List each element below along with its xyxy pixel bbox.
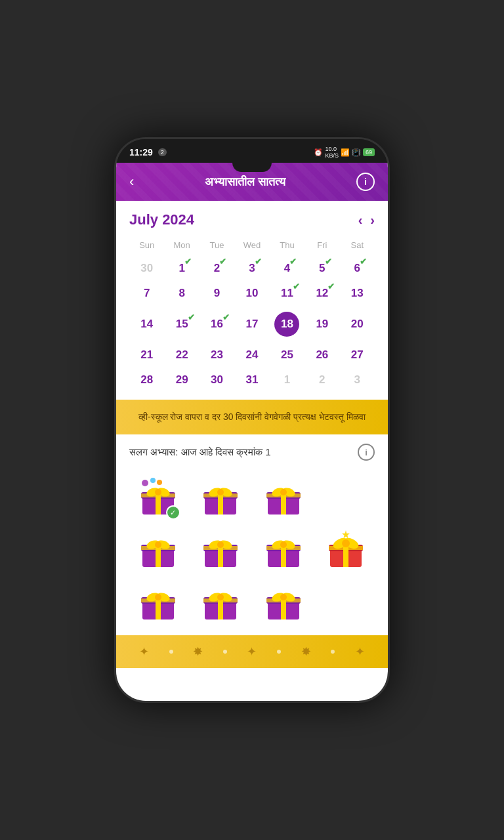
cal-day-30[interactable]: 30	[200, 368, 234, 392]
cal-day-16[interactable]: 16✔	[200, 306, 234, 342]
svg-point-38	[217, 541, 224, 548]
cal-day-8[interactable]: 8	[164, 282, 199, 305]
svg-point-67	[217, 594, 224, 600]
calendar-month-year: July 2024	[129, 211, 194, 228]
gift-check-1: ✓	[166, 505, 180, 520]
promo-banner: व्ही-स्कूल रोज वापरा व दर 30 दिवसांनी वे…	[116, 400, 388, 434]
cal-day-23[interactable]: 23	[200, 343, 234, 367]
streak-section: सलग अभ्यास: आज आहे दिवस क्रमांक 1 i	[116, 434, 388, 467]
cal-day-31[interactable]: 31	[234, 368, 269, 392]
cal-day-10[interactable]: 10	[234, 282, 269, 305]
calendar-week-1: 30 1✔ 2✔ 3✔ 4✔ 5✔ 6✔	[129, 257, 375, 280]
calendar-week-3: 14 15✔ 16✔ 17 18 19 20	[129, 306, 375, 342]
cal-day-24[interactable]: 24	[234, 343, 269, 367]
svg-point-24	[280, 489, 287, 495]
cal-day-20[interactable]: 20	[340, 306, 375, 342]
gift-item-8-special[interactable]	[318, 526, 375, 574]
cal-day-13[interactable]: 13	[340, 282, 375, 305]
cal-day-5[interactable]: 5✔	[304, 257, 339, 280]
cal-day-28[interactable]: 28	[129, 368, 164, 392]
sparkle-icon-3: ✦	[247, 644, 257, 659]
gift-item-3[interactable]	[255, 474, 312, 521]
svg-point-1	[150, 478, 156, 483]
cal-day-12[interactable]: 12✔	[304, 282, 339, 305]
info-button[interactable]: i	[356, 173, 375, 191]
cal-day-27[interactable]: 27	[340, 343, 375, 367]
next-month-button[interactable]: ›	[370, 213, 375, 228]
cal-day-2-next[interactable]: 2	[304, 368, 339, 392]
cal-day-21[interactable]: 21	[129, 343, 164, 367]
cal-day-1[interactable]: 1✔	[164, 257, 199, 280]
cal-day-4[interactable]: 4✔	[270, 257, 304, 280]
gift-item-9[interactable]	[129, 579, 187, 626]
gift-box-8-special	[326, 530, 366, 570]
svg-point-17	[217, 489, 224, 495]
cal-day-7[interactable]: 7	[129, 282, 164, 305]
gift-item-10[interactable]	[192, 579, 250, 626]
cal-day-14[interactable]: 14	[129, 306, 164, 342]
gift-box-9	[138, 583, 178, 622]
cal-day-26[interactable]: 26	[304, 343, 339, 367]
gift-item-2[interactable]	[192, 474, 250, 521]
streak-text: सलग अभ्यास: आज आहे दिवस क्रमांक 1	[129, 446, 271, 458]
svg-point-31	[155, 541, 161, 548]
gift-box-6	[201, 530, 240, 570]
gift-box-1: ✓	[138, 478, 178, 517]
speed-icon: 10.0KB/S	[325, 146, 339, 159]
cal-day-9[interactable]: 9	[200, 282, 234, 305]
dot-4	[331, 650, 335, 654]
calendar-week-5: 28 29 30 31 1 2 3	[129, 368, 375, 392]
gift-box-3	[264, 478, 303, 517]
gifts-grid: ✓	[116, 467, 388, 635]
dot-1	[169, 650, 173, 654]
cal-day-30-prev[interactable]: 30	[129, 257, 164, 280]
cal-day-17[interactable]: 17	[234, 306, 269, 342]
svg-point-0	[142, 480, 148, 486]
calendar-week-4: 21 22 23 24 25 26 27	[129, 343, 375, 367]
cal-day-6[interactable]: 6✔	[340, 257, 375, 280]
gift-box-11	[264, 583, 303, 622]
svg-point-2	[157, 480, 162, 485]
gift-box-2	[201, 478, 240, 517]
gift-item-11[interactable]	[255, 579, 312, 626]
gift-item-empty-1	[318, 474, 375, 521]
sparkle-icon-4: ✸	[301, 644, 311, 659]
gift-box-10	[201, 583, 240, 622]
dot-3	[277, 650, 281, 654]
cal-day-2[interactable]: 2✔	[200, 257, 234, 280]
calendar-grid: Sun Mon Tue Wed Thu Fri Sat 30 1✔ 2✔ 3✔ …	[129, 238, 375, 392]
gift-item-6[interactable]	[192, 526, 250, 574]
gift-item-5[interactable]	[129, 526, 187, 574]
svg-point-74	[280, 594, 287, 600]
page-title: अभ्यासातील सातत्य	[205, 175, 285, 189]
prev-month-button[interactable]: ‹	[358, 213, 363, 228]
streak-info-button[interactable]: i	[358, 444, 375, 461]
gift-item-1[interactable]: ✓	[129, 474, 187, 521]
col-thu: Thu	[270, 238, 304, 253]
promo-banner-text: व्ही-स्कूल रोज वापरा व दर 30 दिवसांनी वे…	[138, 411, 366, 422]
back-button[interactable]: ‹	[129, 173, 134, 190]
col-fri: Fri	[304, 238, 339, 253]
cal-day-11[interactable]: 11✔	[270, 282, 304, 305]
cal-day-29[interactable]: 29	[164, 368, 199, 392]
cal-day-19[interactable]: 19	[304, 306, 339, 342]
notification-badge: 2	[158, 148, 167, 156]
calendar-header-row: Sun Mon Tue Wed Thu Fri Sat	[129, 238, 375, 253]
svg-point-52	[342, 539, 350, 547]
sparkle-icon-2: ✸	[193, 644, 203, 659]
cal-day-15[interactable]: 15✔	[164, 306, 199, 342]
calendar-week-2: 7 8 9 10 11✔ 12✔ 13	[129, 282, 375, 305]
cal-day-1-next[interactable]: 1	[270, 368, 304, 392]
dot-2	[223, 650, 227, 654]
svg-marker-53	[342, 530, 350, 539]
calendar-nav: July 2024 ‹ ›	[129, 211, 375, 228]
cal-day-3[interactable]: 3✔	[234, 257, 269, 280]
cal-day-22[interactable]: 22	[164, 343, 199, 367]
gift-box-5	[138, 530, 178, 570]
cal-day-3-next[interactable]: 3	[340, 368, 375, 392]
sparkle-icon-1: ✦	[139, 644, 149, 659]
svg-point-45	[280, 541, 287, 548]
gift-item-7[interactable]	[255, 526, 312, 574]
cal-day-25[interactable]: 25	[270, 343, 304, 367]
cal-day-18-today[interactable]: 18	[270, 306, 304, 342]
